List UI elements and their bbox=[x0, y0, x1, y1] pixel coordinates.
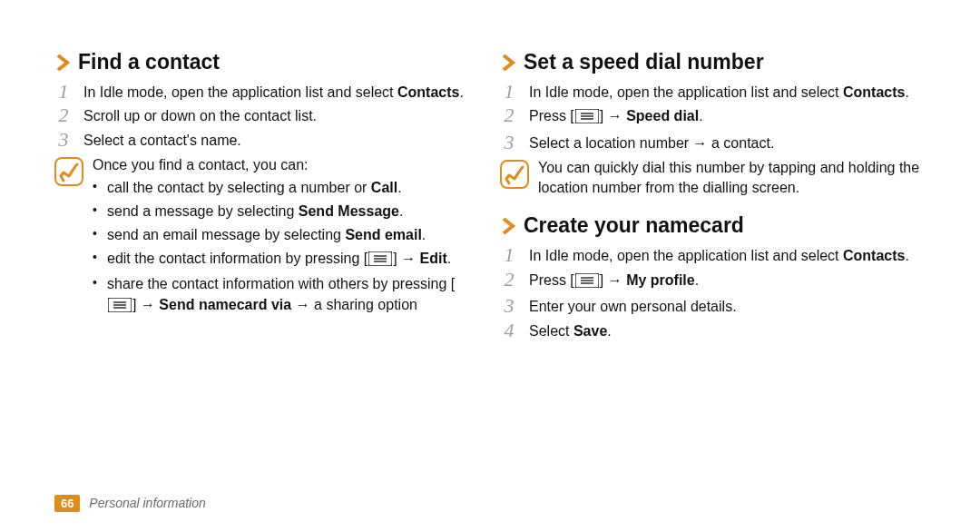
step-text: In Idle mode, open the application list … bbox=[83, 81, 480, 103]
bullet-item: call the contact by selecting a number o… bbox=[93, 178, 480, 199]
steps-namecard: 1 In Idle mode, open the application lis… bbox=[500, 244, 926, 342]
step-number: 3 bbox=[500, 295, 518, 317]
page-number: 66 bbox=[54, 495, 80, 512]
menu-key-icon bbox=[108, 298, 132, 319]
right-column: Set a speed dial number 1 In Idle mode, … bbox=[500, 41, 926, 532]
chevron-right-icon bbox=[500, 54, 516, 71]
section-heading-find-contact: Find a contact bbox=[54, 50, 480, 75]
step-item: 2 Press [] → My profile. bbox=[500, 269, 926, 294]
step-text: Press [] → Speed dial. bbox=[529, 104, 926, 130]
manual-page: Find a contact 1 In Idle mode, open the … bbox=[0, 0, 980, 532]
step-text: Select a contact's name. bbox=[83, 129, 480, 152]
step-number: 2 bbox=[500, 104, 518, 126]
section-heading-namecard: Create your namecard bbox=[500, 213, 926, 239]
note-icon bbox=[54, 157, 83, 186]
step-text: Select Save. bbox=[529, 320, 926, 342]
chapter-title: Personal information bbox=[89, 496, 205, 510]
chevron-right-icon bbox=[54, 54, 71, 71]
step-item: 4 Select Save. bbox=[500, 320, 926, 342]
step-item: 1 In Idle mode, open the application lis… bbox=[500, 244, 926, 267]
step-text: In Idle mode, open the application list … bbox=[529, 81, 926, 103]
step-item: 3 Select a contact's name. bbox=[54, 129, 480, 152]
step-number: 3 bbox=[500, 132, 518, 153]
step-number: 1 bbox=[500, 81, 518, 103]
note-block: You can quickly dial this number by tapp… bbox=[500, 158, 926, 199]
note-body: Once you find a contact, you can: call t… bbox=[93, 155, 480, 321]
step-item: 2 Press [] → Speed dial. bbox=[500, 104, 926, 130]
steps-find-contact: 1 In Idle mode, open the application lis… bbox=[54, 81, 480, 152]
steps-speed-dial: 1 In Idle mode, open the application lis… bbox=[500, 81, 926, 154]
note-intro: Once you find a contact, you can: bbox=[93, 155, 480, 176]
section-title: Create your namecard bbox=[524, 213, 744, 239]
step-number: 3 bbox=[54, 129, 73, 151]
step-item: 3 Select a location number → a contact. bbox=[500, 132, 926, 154]
step-number: 4 bbox=[500, 320, 518, 341]
step-text: Select a location number → a contact. bbox=[529, 132, 926, 154]
step-text: In Idle mode, open the application list … bbox=[529, 244, 926, 267]
chevron-right-icon bbox=[500, 218, 516, 234]
left-column: Find a contact 1 In Idle mode, open the … bbox=[54, 41, 480, 532]
step-number: 2 bbox=[54, 104, 73, 126]
bullet-item: share the contact information with other… bbox=[93, 274, 480, 318]
note-block: Once you find a contact, you can: call t… bbox=[54, 155, 480, 321]
menu-key-icon bbox=[575, 273, 599, 294]
section-title: Find a contact bbox=[78, 50, 220, 75]
bullet-item: edit the contact information by pressing… bbox=[93, 249, 480, 272]
section-title: Set a speed dial number bbox=[524, 50, 764, 75]
menu-key-icon bbox=[368, 251, 392, 272]
section-heading-speed-dial: Set a speed dial number bbox=[500, 50, 926, 75]
step-number: 1 bbox=[500, 244, 518, 266]
step-item: 1 In Idle mode, open the application lis… bbox=[54, 81, 480, 103]
step-item: 1 In Idle mode, open the application lis… bbox=[500, 81, 926, 103]
note-body: You can quickly dial this number by tapp… bbox=[538, 158, 926, 199]
bullet-item: send a message by selecting Send Message… bbox=[93, 202, 480, 222]
note-bullets: call the contact by selecting a number o… bbox=[93, 178, 480, 318]
step-text: Enter your own personal details. bbox=[529, 295, 926, 318]
step-text: Press [] → My profile. bbox=[529, 269, 926, 294]
step-number: 1 bbox=[54, 81, 73, 103]
bullet-item: send an email message by selecting Send … bbox=[93, 225, 480, 246]
step-number: 2 bbox=[500, 269, 518, 291]
step-item: 2 Scroll up or down on the contact list. bbox=[54, 104, 480, 127]
note-icon bbox=[500, 160, 529, 189]
step-item: 3 Enter your own personal details. bbox=[500, 295, 926, 318]
menu-key-icon bbox=[575, 109, 599, 130]
step-text: Scroll up or down on the contact list. bbox=[83, 104, 480, 127]
page-footer: 66 Personal information bbox=[54, 495, 206, 512]
